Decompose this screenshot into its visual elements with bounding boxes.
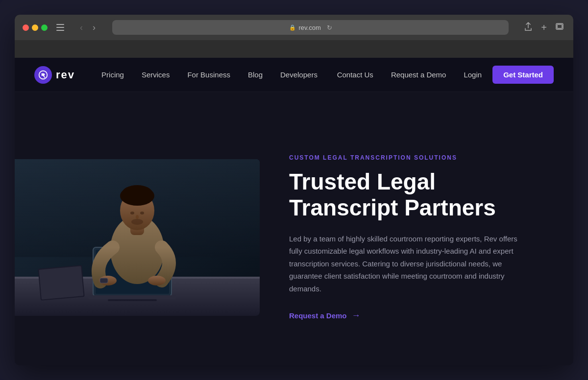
hero-title-line1: Trusted Legal: [289, 169, 436, 194]
svg-rect-11: [39, 266, 84, 299]
navbar: rev Pricing Services For Business Blog D…: [15, 58, 573, 92]
outer-wrapper: ‹ › 🔒 rev.com ↻ +: [0, 0, 588, 380]
website-content: rev Pricing Services For Business Blog D…: [15, 58, 573, 365]
address-bar[interactable]: 🔒 rev.com ↻: [112, 20, 509, 35]
share-button[interactable]: [522, 20, 534, 35]
svg-point-20: [130, 212, 134, 214]
browser-frame: ‹ › 🔒 rev.com ↻ +: [15, 15, 573, 365]
logo-link[interactable]: rev: [34, 66, 75, 84]
browser-navigation: ‹ ›: [77, 21, 98, 35]
svg-rect-4: [557, 24, 562, 28]
svg-rect-15: [88, 295, 176, 299]
browser-titlebar: ‹ › 🔒 rev.com ↻ +: [15, 15, 573, 40]
hero-eyebrow: CUSTOM LEGAL TRANSCRIPTION SOLUTIONS: [289, 154, 534, 161]
hero-image: [15, 159, 260, 316]
browser-actions: +: [522, 20, 565, 35]
svg-point-25: [122, 185, 152, 200]
nav-left: Pricing Services For Business Blog Devel…: [95, 67, 330, 83]
forward-button[interactable]: ›: [90, 21, 98, 35]
hero-title: Trusted Legal Transcript Partners: [289, 169, 534, 221]
nav-item-blog[interactable]: Blog: [241, 67, 270, 83]
svg-point-22: [136, 215, 139, 219]
svg-rect-16: [108, 299, 157, 301]
svg-rect-28: [100, 278, 108, 283]
hero-title-line2: Transcript Partners: [289, 195, 496, 220]
nav-item-services[interactable]: Services: [135, 67, 177, 83]
new-tab-button[interactable]: +: [539, 20, 549, 35]
tabs-button[interactable]: [554, 21, 565, 34]
back-button[interactable]: ‹: [77, 21, 86, 35]
hero-cta-label: Request a Demo: [289, 311, 347, 320]
hero-content: CUSTOM LEGAL TRANSCRIPTION SOLUTIONS Tru…: [289, 154, 554, 321]
svg-point-21: [140, 212, 144, 214]
hero-section: CUSTOM LEGAL TRANSCRIPTION SOLUTIONS Tru…: [15, 92, 573, 365]
logo-text: rev: [56, 69, 75, 81]
sidebar-toggle-button[interactable]: [53, 22, 67, 33]
minimize-button[interactable]: [32, 24, 38, 31]
nav-item-login[interactable]: Login: [457, 67, 489, 83]
svg-point-27: [148, 276, 166, 285]
hero-cta-link[interactable]: Request a Demo →: [289, 310, 534, 321]
maximize-button[interactable]: [41, 24, 48, 31]
nav-right: Contact Us Request a Demo Login Get Star…: [330, 66, 554, 84]
browser-chrome: ‹ › 🔒 rev.com ↻ +: [15, 15, 573, 58]
lock-icon: 🔒: [289, 24, 296, 31]
hero-illustration: [15, 159, 260, 316]
url-text: rev.com: [299, 24, 321, 31]
hero-description: Led by a team of highly skilled courtroo…: [289, 233, 524, 295]
close-button[interactable]: [23, 24, 29, 31]
reload-icon[interactable]: ↻: [327, 24, 332, 31]
hero-image-inner: [15, 159, 260, 316]
traffic-lights: [23, 24, 48, 31]
nav-item-request-demo[interactable]: Request a Demo: [384, 67, 453, 83]
svg-rect-1: [56, 27, 64, 28]
logo-icon: [34, 66, 52, 84]
svg-rect-0: [56, 24, 64, 25]
svg-point-23: [131, 219, 143, 225]
nav-item-for-business[interactable]: For Business: [180, 67, 237, 83]
hero-cta-arrow-icon: →: [352, 310, 361, 321]
svg-rect-2: [56, 30, 64, 31]
get-started-button[interactable]: Get Started: [492, 66, 554, 84]
nav-item-developers[interactable]: Developers: [273, 67, 324, 83]
nav-item-contact-us[interactable]: Contact Us: [330, 67, 380, 83]
nav-item-pricing[interactable]: Pricing: [95, 67, 131, 83]
